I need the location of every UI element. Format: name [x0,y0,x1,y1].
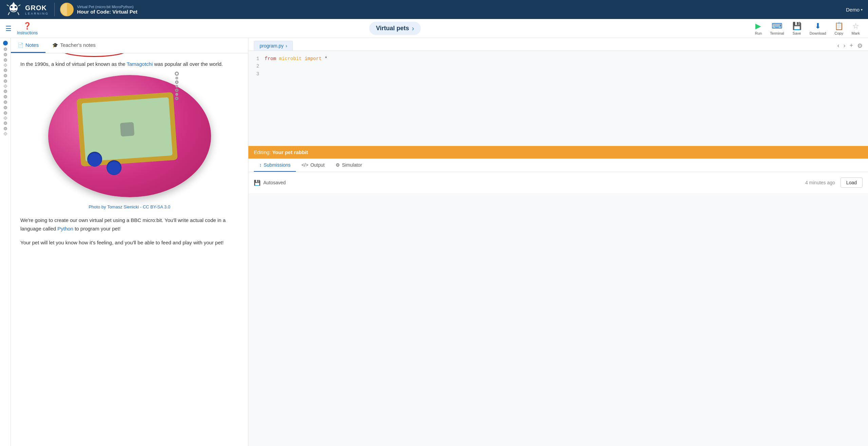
output-tab[interactable]: </> Output [296,159,330,172]
tamagotchi-link[interactable]: Tamagotchi [127,61,153,67]
step-active-dot[interactable] [3,41,8,45]
file-tab-actions: ‹ › + ⚙ [837,42,863,50]
simulator-icon: ⚙ [336,162,340,168]
code-line-2: 2 [252,62,864,70]
notes-panel: 📄 Notes 🎓 Teacher's notes In the 1990s, … [11,38,248,446]
top-bar: GROK LEARNING Virtual Pet (micro:bit Mic… [0,0,868,19]
code-editor[interactable]: 1 from microbit import * 2 3 [248,51,868,146]
intro-text: In the 1990s, a kind of virtual pet know… [20,61,125,67]
copy-label: Copy [834,31,843,35]
para1-pre: We're going to create our own virtual pe… [20,217,226,231]
course-badge: Virtual Pet (micro:bit MicroPython) Hour… [54,3,137,16]
keyword-import: import [305,56,322,61]
terminal-icon: ⌨ [772,22,782,31]
step-dot[interactable] [4,58,7,62]
copy-button[interactable]: 📋 Copy [832,20,846,37]
step-dot[interactable] [4,48,7,51]
back-arrow-icon[interactable]: ‹ [837,42,839,49]
page-title-area: Virtual pets › [369,22,421,35]
load-area: 4 minutes ago Load [805,178,863,188]
step-dot[interactable] [4,69,7,72]
notes-tab-icon: 📄 [18,42,23,48]
editing-file-name: Your pet rabbit [272,149,308,155]
output-icon: </> [301,162,308,168]
terminal-label: Terminal [770,31,784,35]
button-middle [107,160,121,175]
svg-line-5 [8,12,10,15]
toolbar-right: ▶ Run ⌨ Terminal 💾 Save ⬇ Download 📋 Cop… [752,20,863,37]
step-diamond[interactable] [3,84,7,88]
step-diamond[interactable] [3,116,7,120]
save-label: Save [793,31,801,35]
download-button[interactable]: ⬇ Download [807,20,829,37]
bottom-tab-list: ↕ Submissions </> Output ⚙ Simulator [248,159,868,172]
submissions-icon: ↕ [259,162,262,168]
toolbar: ☰ ❓ Instructions Virtual pets › ▶ Run ⌨ … [0,19,868,38]
svg-point-1 [11,6,13,8]
hamburger-button[interactable]: ☰ [5,24,12,33]
line-number: 1 [252,55,259,62]
tamagotchi-body [48,75,211,197]
save-icon: 💾 [792,22,801,31]
file-tab-arrow-icon: › [286,43,287,49]
step-dot[interactable] [4,122,7,125]
step-dot[interactable] [4,74,7,77]
step-dot[interactable] [4,111,7,115]
page-title: Virtual pets [376,25,409,32]
run-button[interactable]: ▶ Run [752,20,765,37]
keyword-from: from [265,56,276,61]
add-file-icon[interactable]: + [849,42,853,49]
import-star: * [324,56,327,61]
course-info: Virtual Pet (micro:bit MicroPython) Hour… [77,5,137,15]
svg-point-2 [15,6,17,8]
button-left [87,152,102,167]
download-label: Download [810,31,826,35]
step-dot[interactable] [4,79,7,83]
mark-label: Mark [852,31,860,35]
step-dot[interactable] [4,53,7,56]
file-tab-label: program.py [260,43,284,49]
autosave-label: Autosaved [263,180,286,185]
step-diamond[interactable] [3,132,7,135]
photo-container: Photo by Tomasz Sienicki - CC BY-SA 3.0 [20,75,239,209]
run-icon: ▶ [755,22,761,31]
step-dot[interactable] [4,100,7,104]
editing-bar: Editing: Your pet rabbit [248,146,868,159]
instructions-button[interactable]: ❓ Instructions [17,22,38,35]
course-title: Hour of Code: Virtual Pet [77,9,137,15]
course-badge-icon [60,3,74,16]
forward-arrow-icon[interactable]: › [843,42,845,49]
editor-panel: program.py › ‹ › + ⚙ 1 from microbit imp… [248,38,868,446]
page-next-arrow-icon[interactable]: › [412,24,414,32]
logo-area: GROK LEARNING [5,1,49,18]
program-file-tab[interactable]: program.py › [254,41,293,51]
sidebar-steps [0,38,11,446]
notes-tabs-wrapper: 📄 Notes 🎓 Teacher's notes [11,38,248,53]
notes-para-1: We're going to create our own virtual pe… [20,216,239,233]
terminal-button[interactable]: ⌨ Terminal [767,20,787,37]
teachers-notes-label: Teacher's notes [60,42,96,48]
help-icon: ❓ [23,22,32,30]
demo-button[interactable]: Demo ▾ [846,7,863,13]
course-subtitle: Virtual Pet (micro:bit MicroPython) [77,5,137,9]
teachers-notes-tab[interactable]: 🎓 Teacher's notes [45,38,102,53]
simulator-tab[interactable]: ⚙ Simulator [330,159,367,172]
download-icon: ⬇ [815,22,821,31]
step-dot[interactable] [4,106,7,109]
settings-icon[interactable]: ⚙ [857,42,863,50]
load-button[interactable]: Load [841,178,863,188]
step-dot[interactable] [4,127,7,130]
mark-button[interactable]: ☆ Mark [849,20,863,37]
step-dot[interactable] [4,90,7,93]
demo-label: Demo [846,7,860,13]
python-link[interactable]: Python [57,226,73,231]
step-dot[interactable] [4,95,7,98]
submissions-label: Submissions [264,162,290,168]
notes-tabs: 📄 Notes 🎓 Teacher's notes [11,38,248,53]
notes-tab[interactable]: 📄 Notes [11,38,45,53]
timestamp: 4 minutes ago [805,180,835,185]
step-diamond[interactable] [3,63,7,67]
submissions-tab[interactable]: ↕ Submissions [254,159,296,172]
autosave-icon: 💾 [254,180,261,186]
save-button[interactable]: 💾 Save [790,20,804,37]
